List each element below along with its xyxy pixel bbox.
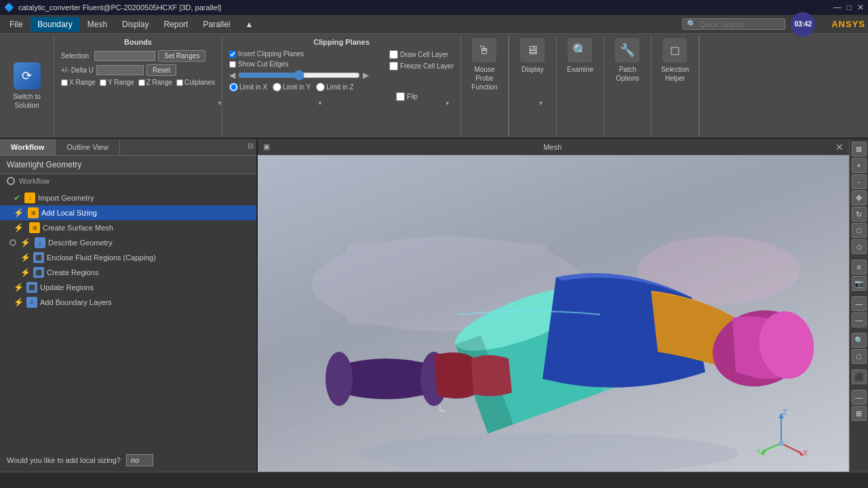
rt-zoom-fit[interactable]: ⊠ <box>852 142 867 157</box>
tab-workflow[interactable]: Workflow <box>0 139 56 155</box>
rt-pan[interactable]: ✥ <box>852 190 867 205</box>
rt-3d-view[interactable]: ⬛ <box>852 369 867 384</box>
solution-section[interactable]: ⟳ Switch toSolution <box>0 35 54 136</box>
workflow-circle <box>7 177 15 185</box>
add-local-sizing-label: Add Local Sizing <box>41 209 97 217</box>
x-range-checkbox[interactable] <box>61 79 68 86</box>
rt-probe[interactable]: 🔍 <box>852 333 867 348</box>
menu-mesh[interactable]: Mesh <box>81 17 114 32</box>
show-cut-check[interactable]: Show Cut Edges <box>229 60 369 68</box>
rt-box-select[interactable]: □ <box>852 349 867 364</box>
menu-display[interactable]: Display <box>115 17 155 32</box>
cutplanes-checkbox[interactable] <box>176 79 183 86</box>
rt-slider-up[interactable]: — <box>852 296 867 311</box>
draw-cell-checkbox[interactable] <box>389 50 398 59</box>
rt-axis[interactable]: — <box>852 390 867 405</box>
limit-x-radio-input[interactable] <box>229 83 238 92</box>
insert-clipping-checkbox[interactable] <box>229 51 236 58</box>
show-cut-checkbox[interactable] <box>229 61 236 68</box>
search-input[interactable] <box>699 20 781 28</box>
svg-text:Z: Z <box>783 409 787 416</box>
limit-y-radio-input[interactable] <box>273 83 281 92</box>
insert-clipping-check[interactable]: Insert Clipping Planes <box>229 50 369 58</box>
toolbar-dropdown-arrows[interactable]: ▼ ▼ ▼ ▼ <box>217 100 544 106</box>
limit-y-label: Limit in Y <box>283 83 311 91</box>
maximize-button[interactable]: □ <box>847 3 852 12</box>
draw-cell-check[interactable]: Draw Cell Layer <box>389 50 454 59</box>
viewport: ▣ Mesh ✕ <box>258 139 849 472</box>
toolbar-dropdown-3[interactable]: ▼ <box>445 100 450 106</box>
rt-view-front[interactable]: □ <box>852 223 867 238</box>
rt-separator5 <box>852 386 867 388</box>
patch-options-button[interactable]: 🔧 PatchOptions <box>604 35 652 136</box>
z-range-check[interactable]: Z Range <box>138 79 172 86</box>
delta-input[interactable] <box>96 65 144 75</box>
import-icon: ↓ <box>24 192 35 203</box>
minimize-button[interactable]: — <box>833 3 842 12</box>
mouse-probe-button[interactable]: 🖱 MouseProbeFunction <box>461 35 509 136</box>
title-controls[interactable]: — □ ✕ <box>833 3 864 12</box>
menu-file[interactable]: File <box>3 17 29 32</box>
set-ranges-button[interactable]: Set Ranges <box>158 50 205 62</box>
tree-item-update-regions[interactable]: ⚡ ⬛ Update Regions <box>0 280 256 295</box>
search-box[interactable]: 🔍 <box>682 18 785 30</box>
selection-helper-button[interactable]: ◻ SelectionHelper <box>652 35 699 136</box>
rt-zoom-in[interactable]: + <box>852 158 867 173</box>
enclose-fluid-label: Enclose Fluid Regions (Capping) <box>47 253 156 262</box>
reset-button[interactable]: Reset <box>146 64 176 76</box>
z-range-checkbox[interactable] <box>138 79 145 86</box>
sidebar-layout-btn[interactable]: ⊟ <box>245 139 256 155</box>
tree-item-describe-geometry[interactable]: ⚡ △ Describe Geometry <box>0 235 256 250</box>
menu-report[interactable]: Report <box>157 17 195 32</box>
clip-slider[interactable] <box>238 70 360 80</box>
describe-geo-icon: ⚡ <box>20 238 31 247</box>
menu-parallel[interactable]: Parallel <box>196 17 237 32</box>
display-button[interactable]: 🖥 Display <box>509 35 557 136</box>
rt-rotate[interactable]: ↻ <box>852 207 867 222</box>
tree-item-enclose-fluid[interactable]: ⚡ ⬛ Enclose Fluid Regions (Capping) <box>0 250 256 265</box>
tree-item-create-surface-mesh[interactable]: ⚡ ⊞ Create Surface Mesh <box>0 220 256 235</box>
rt-grid[interactable]: ⊞ <box>852 406 867 421</box>
limit-y-radio[interactable]: Limit in Y <box>273 83 311 92</box>
limit-x-radio[interactable]: Limit in X <box>229 83 267 92</box>
freeze-cell-checkbox[interactable] <box>389 62 398 70</box>
question-input[interactable] <box>126 454 153 466</box>
menu-arrow[interactable]: ▲ <box>238 17 260 32</box>
mesh-canvas[interactable]: Z X Y <box>258 155 849 472</box>
mouse-probe-label: MouseProbeFunction <box>471 65 497 92</box>
bounds-dropdown-arrow[interactable]: ▼ <box>217 100 222 106</box>
tree-item-add-boundary-layers[interactable]: ⚡ ≡ Add Boundary Layers <box>0 295 256 310</box>
limit-z-radio-input[interactable] <box>316 83 325 92</box>
update-regions-icon: ⚡ <box>14 283 24 292</box>
rt-slider-mid[interactable]: — <box>852 312 867 327</box>
enclose-icon: ⚡ <box>20 253 31 262</box>
y-range-check[interactable]: Y Range <box>100 79 134 86</box>
y-range-checkbox[interactable] <box>100 79 106 86</box>
tree-item-import-geometry[interactable]: ✔ ↓ Import Geometry <box>0 190 256 205</box>
menu-boundary[interactable]: Boundary <box>31 17 79 32</box>
x-range-check[interactable]: X Range <box>61 79 96 86</box>
clipping-dropdown-arrow[interactable]: ▼ <box>317 100 323 106</box>
tree-item-create-regions[interactable]: ⚡ ⬛ Create Regions <box>0 265 256 280</box>
clip-left-arrow[interactable]: ◀ <box>229 70 235 80</box>
rt-display-opts[interactable]: ≡ <box>852 260 867 274</box>
sidebar-tabs: Workflow Outline View ⊟ <box>0 139 256 156</box>
rt-separator2 <box>852 292 867 295</box>
tab-outline-view[interactable]: Outline View <box>56 139 120 155</box>
clip-right-arrow[interactable]: ▶ <box>363 70 369 80</box>
rt-zoom-out[interactable]: - <box>852 174 867 189</box>
tree-item-add-local-sizing[interactable]: ⚡ ⊞ Add Local Sizing <box>0 205 256 220</box>
freeze-cell-check[interactable]: Freeze Cell Layer <box>389 62 454 70</box>
svg-line-19 <box>781 443 802 453</box>
rt-separator4 <box>852 365 867 368</box>
selection-input[interactable] <box>94 51 155 61</box>
viewport-close-button[interactable]: ✕ <box>835 142 844 152</box>
toolbar-dropdown-4[interactable]: ▼ <box>538 100 544 106</box>
rt-view-iso[interactable]: ◇ <box>852 239 867 254</box>
selection-label: Selection <box>61 52 92 60</box>
close-button[interactable]: ✕ <box>857 3 864 12</box>
examine-button[interactable]: 🔍 Examine <box>557 35 604 136</box>
rt-screenshot[interactable]: 📷 <box>852 276 867 291</box>
limit-z-radio[interactable]: Limit in Z <box>316 83 354 92</box>
cutplanes-check[interactable]: Cutplanes <box>176 79 215 86</box>
